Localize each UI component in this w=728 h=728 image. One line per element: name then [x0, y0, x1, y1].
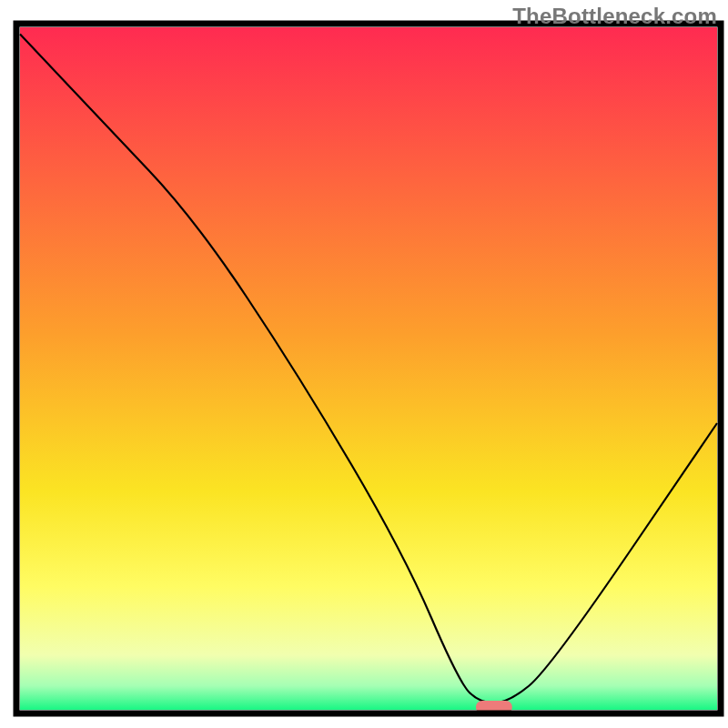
chart-svg: [0, 0, 728, 728]
chart-frame: TheBottleneck.com: [0, 0, 728, 728]
plot-background: [20, 27, 717, 710]
watermark-text: TheBottleneck.com: [512, 4, 717, 29]
